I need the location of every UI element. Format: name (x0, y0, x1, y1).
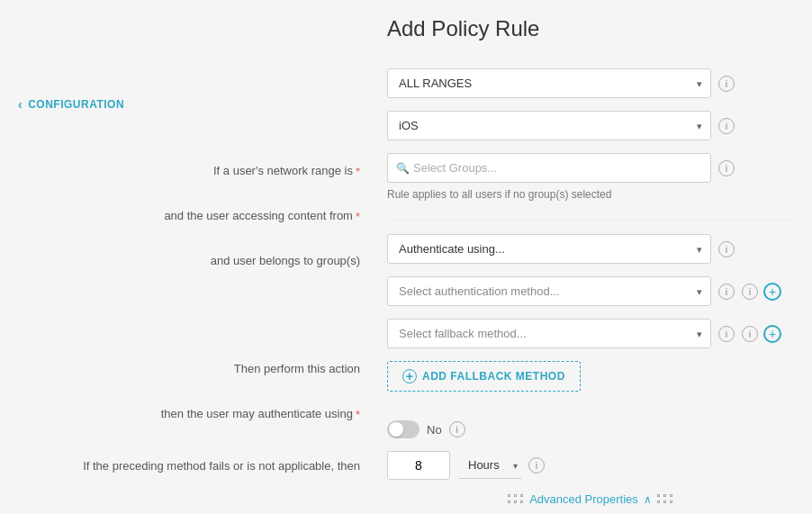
reauth-field-row: Hours ▾ i (387, 451, 794, 480)
auth-method-required: * (356, 408, 360, 421)
network-range-field-row: ALL RANGES ▾ i (387, 68, 794, 98)
right-panel: Add Policy Rule ALL RANGES ▾ i iOS ▾ i (378, 0, 812, 514)
fallback-info-icon-1[interactable]: i (718, 326, 735, 342)
auth-method-info-icon-2[interactable]: i (742, 284, 758, 300)
group-label: and user belongs to group(s) (211, 253, 360, 269)
group-note-row: Rule applies to all users if no group(s)… (387, 195, 794, 201)
content-from-select-wrapper: iOS ▾ (387, 111, 711, 140)
reauth-unit-wrapper: Hours ▾ (459, 452, 521, 479)
back-chevron: ‹ (18, 97, 23, 112)
dot (520, 500, 523, 503)
reauth-unit-select[interactable]: Hours (459, 452, 521, 479)
add-fallback-label: ADD FALLBACK METHOD (422, 370, 565, 383)
content-from-label-row: and the user accessing content from * (0, 200, 378, 232)
reauth-info-icon[interactable]: i (528, 457, 545, 473)
auth-method-label-row: then the user may authenticate using * (0, 398, 378, 430)
dot (670, 494, 672, 497)
advanced-chevron-up-icon: ∧ (644, 493, 652, 506)
toggle-knob (389, 422, 403, 437)
fallback-info-icon-2[interactable]: i (742, 326, 758, 342)
network-range-select-wrapper: ALL RANGES ▾ (387, 68, 711, 98)
group-search-input[interactable] (387, 153, 711, 183)
progress-field-row: No i (387, 420, 794, 438)
fallback-label-row: If the preceding method fails or is not … (0, 443, 378, 490)
dot (520, 494, 523, 497)
dot (514, 494, 517, 497)
progress-toggle-wrapper: No (387, 420, 442, 438)
group-field-row: 🔍 i (387, 153, 794, 183)
action-label-row: Then perform this action (0, 353, 378, 385)
content-from-required: * (356, 210, 360, 223)
group-info-icon[interactable]: i (718, 160, 735, 176)
fallback-select-wrapper: Select fallback method... ▾ (387, 319, 711, 348)
action-select[interactable]: Authenticate using... (387, 234, 711, 264)
auth-method-select-wrapper: Select authentication method... ▾ (387, 276, 711, 306)
group-search-icon: 🔍 (396, 162, 410, 175)
auth-method-add-icon[interactable]: + (763, 283, 781, 301)
dot (670, 500, 672, 503)
group-search-wrapper: 🔍 (387, 153, 711, 183)
dot (508, 494, 510, 497)
dot (508, 500, 510, 503)
page-container: ‹ CONFIGURATION If a user's network rang… (0, 0, 812, 514)
add-fallback-container: + ADD FALLBACK METHOD (387, 361, 794, 406)
auth-method-label: then the user may authenticate using (161, 406, 353, 422)
page-title: Add Policy Rule (387, 16, 794, 41)
content-from-field-row: iOS ▾ i (387, 111, 794, 140)
grid-dots-left (508, 494, 524, 504)
fallback-field-row: Select fallback method... ▾ i i + (387, 319, 794, 348)
progress-toggle-label: No (427, 423, 442, 437)
back-link[interactable]: ‹ CONFIGURATION (0, 81, 378, 128)
network-range-info-icon[interactable]: i (718, 76, 735, 92)
group-label-row: and user belongs to group(s) (0, 245, 378, 277)
add-fallback-plus-icon: + (402, 369, 417, 383)
group-note: Rule applies to all users if no group(s)… (387, 188, 611, 201)
progress-info-icon[interactable]: i (449, 421, 465, 437)
action-info-icon[interactable]: i (718, 241, 735, 257)
left-panel: ‹ CONFIGURATION If a user's network rang… (0, 0, 378, 514)
action-field-row: Authenticate using... ▾ i (387, 234, 794, 264)
advanced-properties-link[interactable]: Advanced Properties (529, 492, 638, 506)
network-range-label: If a user's network range is (213, 163, 353, 179)
section-divider (387, 219, 794, 220)
fallback-add-icon[interactable]: + (763, 325, 781, 343)
auth-method-select[interactable]: Select authentication method... (387, 276, 711, 306)
progress-toggle[interactable] (387, 420, 420, 438)
dot (657, 500, 660, 503)
action-label: Then perform this action (234, 361, 360, 377)
content-from-select[interactable]: iOS (387, 111, 711, 140)
fallback-label: If the preceding method fails or is not … (83, 458, 360, 474)
dot (514, 500, 517, 503)
grid-dots-right (657, 494, 673, 504)
network-range-select[interactable]: ALL RANGES (387, 68, 711, 98)
network-range-label-row: If a user's network range is * (0, 155, 378, 187)
add-fallback-button[interactable]: + ADD FALLBACK METHOD (387, 361, 581, 392)
dot (663, 494, 666, 497)
content-from-label: and the user accessing content from (164, 208, 353, 224)
fallback-select[interactable]: Select fallback method... (387, 319, 711, 348)
back-label: CONFIGURATION (28, 98, 124, 111)
action-select-wrapper: Authenticate using... ▾ (387, 234, 711, 264)
dot (663, 500, 666, 503)
auth-method-field-row: Select authentication method... ▾ i i + (387, 276, 794, 306)
network-range-required: * (356, 165, 360, 178)
dot (657, 494, 660, 497)
advanced-row: Advanced Properties ∧ (387, 492, 794, 506)
auth-method-info-icon-1[interactable]: i (718, 284, 735, 300)
reauth-input[interactable] (387, 451, 450, 480)
content-from-info-icon[interactable]: i (718, 118, 735, 134)
